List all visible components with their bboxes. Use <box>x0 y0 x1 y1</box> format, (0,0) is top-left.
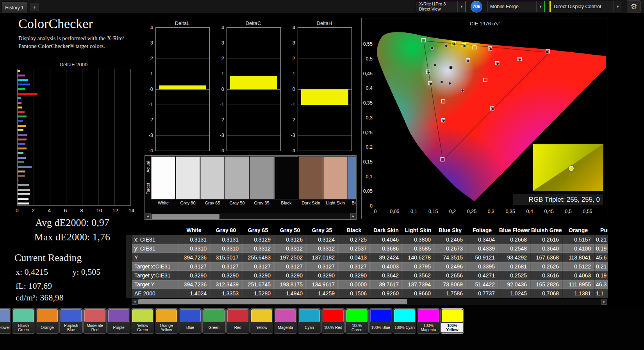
swatch-gray-35 <box>250 156 274 199</box>
axis-tick-label: 2 <box>32 208 35 213</box>
patch-button-100-cyan[interactable]: 100% Cyan <box>393 308 416 334</box>
swatch-label: Dark Skin <box>299 201 323 205</box>
topbar: History 1 + X-Rite i1Pro 3 Direct View ▼… <box>0 0 644 13</box>
patch-button-bluish-green[interactable]: Bluish Green <box>12 308 35 334</box>
current-reading-label: Current Reading <box>14 252 82 264</box>
actual-label: Actual <box>145 156 151 178</box>
source-dropdown[interactable]: Mobile Forge ▼ <box>487 1 545 12</box>
deltae2000-plot-area <box>17 69 131 206</box>
patch-swatch <box>275 309 296 322</box>
swatch-scrollbar[interactable]: ◄ ► <box>145 213 356 219</box>
patch-label: Moderate Red <box>84 323 106 332</box>
patch-label: Blue Flower <box>0 323 11 332</box>
de-bar-orange <box>18 147 27 149</box>
scroll-right-button[interactable]: ► <box>350 213 356 219</box>
patch-button-red[interactable]: Red <box>226 308 250 334</box>
patch-label: 100% Blue <box>370 323 392 332</box>
new-tab-button[interactable]: + <box>30 3 39 11</box>
row-gutter <box>126 262 132 271</box>
axis-tick-label: 1 <box>221 71 224 76</box>
table-cell: 0,3800 <box>402 235 434 244</box>
patch-button-blue-flower[interactable]: Blue Flower <box>0 308 11 334</box>
patch-button-cyan[interactable]: Cyan <box>298 308 321 334</box>
patch-swatch <box>203 309 225 322</box>
patch-swatch <box>13 309 34 322</box>
table-cell: 74,3515 <box>434 253 466 262</box>
patch-button-100-green[interactable]: 100% Green <box>345 308 369 334</box>
patch-button-blue[interactable]: Blue <box>178 308 202 334</box>
patch-button-moderate-red[interactable]: Moderate Red <box>83 308 107 334</box>
rgb-triplet-readout: RGB Triplet: 255, 255, 0 <box>513 194 603 205</box>
patch-button-purplish-blue[interactable]: Purplish Blue <box>59 308 83 334</box>
patch-label: Cyan <box>298 323 320 332</box>
patch-button-yellow-green[interactable]: Yellow Green <box>131 308 154 334</box>
de-bar-100-magenta <box>18 75 25 76</box>
axis-tick-label: 0,4 <box>526 209 533 214</box>
table-cell: 0,3131 <box>210 235 242 244</box>
scrollbar-track[interactable] <box>137 299 601 305</box>
de-bar-black <box>18 179 19 181</box>
measurement-table: WhiteGray 80Gray 65Gray 50Gray 35BlackDa… <box>126 226 608 298</box>
column-header: Dark Skin <box>370 226 402 235</box>
patch-label: Purple <box>108 323 130 332</box>
swatch-gray-80 <box>176 156 200 199</box>
patch-button-100-yellow[interactable]: 100% Yellow <box>441 308 464 334</box>
axis-tick-label: 0,15 <box>428 209 438 214</box>
table-cell: 0,3127 <box>210 262 242 271</box>
row-gutter <box>126 244 132 253</box>
swatch-row-labels: Actual Target <box>145 156 151 199</box>
patch-swatch <box>370 309 391 322</box>
scroll-left-button[interactable]: ◄ <box>132 299 137 305</box>
tab-history-1[interactable]: History 1 <box>2 2 27 14</box>
axis-tick-label: 0,05 <box>390 209 399 214</box>
de-bar-red <box>18 111 25 113</box>
meter-dropdown[interactable]: X-Rite i1Pro 3 Direct View ▼ <box>416 1 466 12</box>
patch-label: Yellow Green <box>132 323 153 332</box>
column-header: Gray 50 <box>274 226 306 235</box>
scroll-left-icon: ◄ <box>133 300 136 304</box>
swatch-strip: Actual Target WhiteGray 80Gray 65Gray 50… <box>144 155 357 220</box>
row-label: ΔE 2000 <box>132 289 178 298</box>
swatch-label: Gray 35 <box>250 201 274 205</box>
axis-tick-label: 0,55 <box>583 209 592 214</box>
display-control-label: Direct Display Control <box>551 4 614 9</box>
table-cell: 39,2424 <box>370 253 402 262</box>
table-cell: 0,4063 <box>562 271 594 280</box>
settings-button[interactable]: ⚙ <box>627 0 641 12</box>
scroll-left-button[interactable]: ◄ <box>145 213 151 219</box>
page-title: ColorChecker <box>18 16 147 31</box>
table-cell: 0,3129 <box>242 235 274 244</box>
table-cell: 140,6278 <box>402 253 434 262</box>
table-cell: 0,2496 <box>434 262 466 271</box>
scroll-right-button[interactable]: ► <box>601 299 607 305</box>
table-cell: 0,3562 <box>402 271 434 280</box>
patch-button-100-red[interactable]: 100% Red <box>321 308 345 334</box>
patch-button-purple[interactable]: Purple <box>107 308 130 334</box>
table-cell: 0,9260 <box>370 289 402 298</box>
patch-swatch <box>0 309 10 322</box>
table-cell: 0,2525 <box>498 271 530 280</box>
scrollbar-track[interactable] <box>151 213 350 219</box>
axis-tick-label: 10 <box>96 208 102 213</box>
patch-button-100-magenta[interactable]: 100% Magenta <box>417 308 440 334</box>
table-cell: 0,9660 <box>402 289 434 298</box>
page-description: Display analysis is performed with the X… <box>18 34 147 50</box>
patch-button-orange[interactable]: Orange <box>36 308 59 334</box>
patch-button-orange-yellow[interactable]: Orange Yellow <box>155 308 178 334</box>
patch-swatch <box>346 309 367 322</box>
column-header: Black <box>338 226 370 235</box>
scrollbar-thumb[interactable] <box>152 214 219 219</box>
patch-button-green[interactable]: Green <box>202 308 226 334</box>
patch-button-100-blue[interactable]: 100% Blue <box>369 308 392 334</box>
patch-button-yellow[interactable]: Yellow <box>250 308 273 334</box>
scrollbar-thumb[interactable] <box>138 299 407 304</box>
table-scrollbar[interactable]: ◄ ► <box>132 299 607 305</box>
de-bar-purple <box>18 134 27 136</box>
axis-tick-label: -1 <box>148 101 153 107</box>
de-bar-light-skin <box>18 171 25 172</box>
table-cell: 0,3795 <box>402 262 434 271</box>
table-cell: 0,3290 <box>178 271 210 280</box>
patch-button-magenta[interactable]: Magenta <box>274 308 297 334</box>
display-control-dropdown[interactable]: Direct Display Control ▼ <box>549 1 622 12</box>
de-bar-100-blue <box>18 84 30 85</box>
